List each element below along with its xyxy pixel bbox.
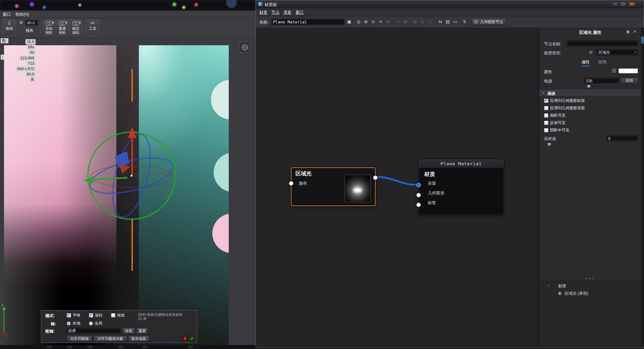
translate-checkbox[interactable] [67, 313, 71, 317]
toggle-scale[interactable]: 缩放 [111, 313, 125, 318]
push-button[interactable]: ⇩ 推移 [3, 19, 16, 36]
delete-icon[interactable]: ⊠ [402, 18, 409, 25]
toggle-translate[interactable]: 平移 [67, 313, 80, 318]
global-radio[interactable] [89, 322, 93, 326]
window-titlebar[interactable]: 材质图 – ▢ ✕ [256, 0, 644, 8]
option-reflection-visible[interactable]: 反射可见 [544, 120, 566, 125]
geometry-input-port[interactable] [416, 193, 421, 197]
cancel-button[interactable]: ✘ [182, 336, 188, 341]
taskbar-icon[interactable] [188, 346, 193, 348]
frame-nodes-icon[interactable]: ▭ [452, 18, 459, 25]
duplicate-icon[interactable]: ▢ [426, 18, 433, 25]
apply-back-checkbox[interactable] [544, 106, 548, 110]
taskbar-icon[interactable] [118, 346, 123, 348]
paste-icon[interactable]: ⊡ [419, 18, 426, 25]
power-slider-handle[interactable] [587, 85, 591, 88]
lock-camera-button[interactable]: 锁定相机 [69, 19, 82, 36]
apply-front-checkbox[interactable] [544, 99, 548, 103]
panel-close-icon[interactable]: ✕ [633, 30, 636, 34]
reflection-visible-checkbox[interactable] [544, 121, 548, 125]
pick-button[interactable]: 拾取 [122, 328, 135, 334]
material-node-header[interactable]: Plane Material [419, 160, 503, 168]
geometry-node-button[interactable]: 几何图形节点 [471, 18, 506, 25]
globe-button[interactable] [239, 42, 250, 53]
color-swatch[interactable] [619, 68, 638, 73]
option-shadow-visible[interactable]: 阴影中可见 [544, 128, 570, 133]
maximize-button[interactable]: ▢ [620, 2, 627, 7]
add-camera-button[interactable]: 添加相机 [43, 19, 55, 36]
camera-visible-checkbox[interactable] [544, 113, 548, 118]
shadow-visible-checkbox[interactable] [544, 128, 548, 132]
menu-view[interactable]: 查看 [283, 10, 291, 15]
menu-node[interactable]: 节点 [271, 10, 279, 15]
texture-icon[interactable] [612, 68, 616, 73]
menu-help[interactable]: 帮助(H) [15, 12, 29, 17]
target-icon[interactable]: ⊙ [370, 18, 377, 25]
scrollbar-thumb[interactable] [641, 37, 644, 44]
axis-global[interactable]: 全局 [89, 321, 102, 326]
tab-properties[interactable]: 属性 [582, 59, 590, 66]
light-output-port[interactable] [373, 175, 378, 180]
option-apply-back[interactable]: 应用到几何图形背面 [544, 106, 585, 111]
toggle-rotate[interactable]: 旋转 [89, 313, 103, 318]
rotation-gizmo[interactable] [4, 45, 229, 349]
rotate-checkbox[interactable] [89, 313, 93, 317]
align-lowest-button[interactable]: 对齐到最低对象 [94, 336, 127, 342]
fov-input[interactable] [25, 20, 38, 25]
surface-input-port[interactable] [416, 183, 421, 187]
taskbar-icon[interactable] [142, 346, 148, 348]
align-nodes-icon[interactable]: ⇆ [437, 18, 444, 25]
color-input-port[interactable] [289, 181, 293, 186]
3d-viewport[interactable] [4, 45, 229, 349]
tab-texture[interactable]: 纹理 [598, 59, 606, 66]
advanced-section-header[interactable]: ▾ 高级 [539, 90, 641, 97]
align-pivot-button[interactable]: 对齐到枢轴 [67, 336, 92, 342]
power-slider-track[interactable] [544, 85, 637, 87]
tools-button[interactable]: ✂ 工具 [86, 19, 99, 36]
float-panel-icon[interactable]: ▣ [626, 30, 630, 34]
close-button[interactable]: ✕ [628, 2, 636, 7]
taskbar-icon[interactable] [87, 346, 93, 348]
option-camera-visible[interactable]: 相机可见 [544, 113, 566, 118]
render-icon[interactable]: ◎ [355, 18, 362, 25]
pivot-input[interactable] [66, 328, 120, 334]
reset-button[interactable]: 重置 [137, 328, 148, 334]
delete-material-icon[interactable]: ⊘ [589, 50, 593, 55]
scale-checkbox[interactable] [111, 313, 115, 317]
option-apply-front[interactable]: 应用到几何图形前面 [544, 98, 585, 103]
taskbar-icon[interactable] [67, 346, 72, 348]
connect-icon[interactable]: ↯ [461, 18, 468, 25]
material-type-dropdown[interactable]: 区域光 ▾ [596, 49, 638, 55]
area-light-node[interactable]: 区域光 颜色 [291, 167, 376, 206]
menu-window[interactable]: 窗口 [3, 12, 11, 17]
save-icon[interactable]: ▣ [346, 18, 353, 25]
group-nodes-icon[interactable]: ▤ [444, 18, 451, 25]
magnet-icon[interactable]: ∩ [385, 18, 391, 25]
snap-ground-button[interactable]: 贴合地面 [128, 336, 149, 342]
copy-icon[interactable]: ⊞ [412, 18, 418, 25]
zoom-icon[interactable]: ⊕ [363, 18, 369, 25]
collapse-icon[interactable]: − [547, 283, 550, 288]
samples-input[interactable] [606, 135, 638, 141]
material-name-input[interactable] [271, 19, 344, 25]
samples-slider-track[interactable] [544, 143, 637, 145]
reset-camera-button[interactable]: 重置相机 [56, 19, 69, 36]
samples-slider-handle[interactable] [547, 143, 551, 146]
materials-list-item[interactable]: 区域光 (表面) [558, 291, 588, 296]
minimize-button[interactable]: – [611, 2, 619, 7]
taskbar-icon[interactable] [47, 346, 52, 348]
filter-icon[interactable]: ≡ [377, 18, 384, 25]
power-unit-button[interactable]: 流明 [621, 78, 638, 83]
panel-scrollbar[interactable] [641, 28, 644, 346]
cut-icon[interactable]: ✂ [395, 18, 401, 25]
power-input[interactable] [584, 78, 619, 83]
panel-splitter-handle[interactable]: • • • [539, 277, 641, 280]
plane-material-node[interactable]: Plane Material 材质 表面 几何图形 标签 [419, 159, 504, 215]
node-name-input[interactable] [567, 41, 638, 46]
node-graph-canvas[interactable]: 区域光 颜色 Plane Material 材质 表面 几何图形 标签 [256, 28, 537, 346]
menu-window[interactable]: 窗口 [296, 10, 304, 15]
confirm-button[interactable]: ✔ [189, 336, 195, 341]
tag-input-port[interactable] [416, 202, 421, 207]
menu-material[interactable]: 材质 [259, 10, 267, 15]
local-radio[interactable] [67, 322, 71, 326]
